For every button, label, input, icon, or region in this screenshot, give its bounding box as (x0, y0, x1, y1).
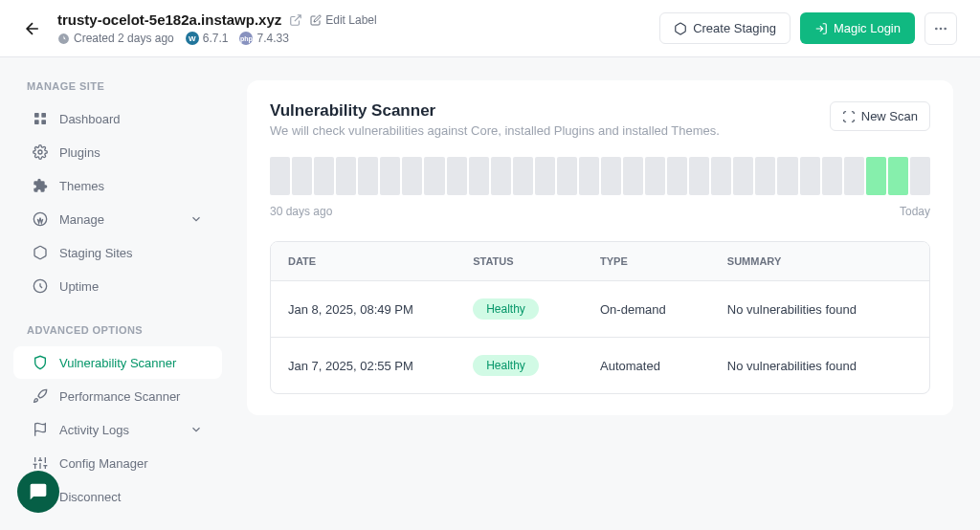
activity-bar (755, 157, 775, 195)
arrow-left-icon (23, 19, 42, 38)
svg-point-2 (940, 27, 943, 30)
activity-bar (800, 157, 820, 195)
sidebar-item-staging-sites[interactable]: Staging Sites (13, 236, 222, 269)
sidebar-item-vulnerability-scanner[interactable]: Vulnerability Scanner (13, 346, 222, 379)
php-version-meta: php 7.4.33 (239, 32, 288, 45)
edit-label-button[interactable]: Edit Label (310, 13, 376, 27)
cell-summary: No vulnerabilities found (727, 359, 912, 373)
activity-bar (623, 157, 643, 195)
activity-bar (270, 157, 290, 195)
status-badge: Healthy (473, 298, 539, 320)
sidebar-item-label: Manage (59, 212, 104, 227)
cell-type: Automated (600, 359, 727, 373)
activity-bar (358, 157, 378, 195)
more-options-button[interactable] (924, 12, 957, 45)
sidebar: MANAGE SITE Dashboard Plugins Themes Man… (8, 57, 228, 530)
edit-label-text: Edit Label (325, 13, 376, 27)
sidebar-item-performance-scanner[interactable]: Performance Scanner (13, 380, 222, 412)
activity-bar (822, 157, 842, 195)
create-staging-label: Create Staging (693, 21, 776, 35)
table-row[interactable]: Jan 8, 2025, 08:49 PMHealthyOn-demandNo … (271, 280, 929, 337)
table-row[interactable]: Jan 7, 2025, 02:55 PMHealthyAutomatedNo … (271, 337, 929, 393)
panel-title: Vulnerability Scanner (270, 101, 720, 121)
activity-bar (513, 157, 533, 195)
back-button[interactable] (23, 19, 42, 38)
shield-icon (33, 355, 48, 370)
section-manage-site: MANAGE SITE (8, 80, 228, 101)
activity-bar (645, 157, 665, 195)
login-icon (814, 22, 828, 35)
activity-bar (424, 157, 444, 195)
box-icon (674, 22, 687, 35)
activity-bar (491, 157, 511, 195)
sidebar-item-activity-logs[interactable]: Activity Logs (13, 413, 222, 446)
col-summary: SUMMARY (727, 255, 912, 267)
cell-status: Healthy (473, 355, 600, 376)
scanner-panel: Vulnerability Scanner We will check vuln… (247, 80, 953, 415)
activity-bar (689, 157, 709, 195)
svg-rect-5 (41, 113, 46, 118)
more-horizontal-icon (933, 21, 948, 36)
activity-bar (314, 157, 334, 195)
edit-icon (310, 14, 322, 26)
sidebar-item-dashboard[interactable]: Dashboard (13, 102, 222, 135)
activity-bar (910, 157, 930, 195)
sidebar-item-uptime[interactable]: Uptime (13, 270, 222, 302)
activity-bar (844, 157, 864, 195)
clock-icon (57, 33, 70, 45)
svg-rect-7 (41, 120, 46, 124)
col-type: TYPE (600, 255, 727, 267)
wordpress-icon (33, 211, 48, 227)
sidebar-item-plugins[interactable]: Plugins (13, 136, 222, 168)
rocket-icon (33, 388, 48, 404)
layers-icon (33, 245, 48, 260)
chart-label-right: Today (900, 205, 930, 218)
sidebar-item-themes[interactable]: Themes (13, 169, 222, 202)
activity-bar (579, 157, 599, 195)
activity-bar (557, 157, 577, 195)
sidebar-item-label: Staging Sites (59, 246, 133, 260)
activity-bar (667, 157, 687, 195)
svg-point-1 (935, 27, 938, 30)
sidebar-item-label: Plugins (59, 145, 100, 160)
cell-status: Healthy (473, 298, 600, 320)
app-header: trusty-ocelot-5e182a.instawp.xyz Edit La… (0, 0, 980, 57)
cell-date: Jan 7, 2025, 02:55 PM (288, 359, 473, 373)
cell-summary: No vulnerabilities found (727, 302, 912, 317)
gear-icon (33, 144, 48, 160)
activity-bar (888, 157, 908, 195)
activity-chart: 30 days ago Today (270, 157, 930, 218)
external-link-icon[interactable] (289, 13, 302, 27)
cell-date: Jan 8, 2025, 08:49 PM (288, 302, 473, 317)
activity-bar (336, 157, 356, 195)
create-staging-button[interactable]: Create Staging (659, 12, 791, 44)
activity-bar (535, 157, 555, 195)
sidebar-item-manage[interactable]: Manage (13, 203, 222, 235)
flag-icon (33, 422, 48, 437)
panel-subtitle: We will check vulnerabilities against Co… (270, 123, 720, 138)
grid-icon (33, 111, 48, 126)
sidebar-item-label: Activity Logs (59, 423, 129, 437)
activity-bar (469, 157, 489, 195)
chat-icon (29, 482, 48, 501)
activity-bar (733, 157, 753, 195)
magic-login-button[interactable]: Magic Login (800, 12, 915, 44)
scan-icon (842, 110, 856, 123)
sidebar-item-label: Config Manager (59, 456, 148, 471)
sidebar-item-label: Uptime (59, 279, 99, 294)
sidebar-item-label: Themes (59, 179, 104, 193)
wp-version-meta: W 6.7.1 (186, 32, 229, 45)
activity-bar (380, 157, 400, 195)
col-status: STATUS (473, 255, 600, 267)
chat-button[interactable] (17, 471, 59, 513)
uptime-icon (33, 278, 48, 294)
new-scan-button[interactable]: New Scan (830, 101, 930, 131)
sliders-icon (33, 455, 48, 471)
activity-bar (711, 157, 731, 195)
main-content: Vulnerability Scanner We will check vuln… (228, 57, 972, 530)
status-badge: Healthy (473, 355, 539, 376)
sidebar-item-label: Disconnect (59, 490, 121, 504)
svg-point-3 (944, 27, 947, 30)
chevron-down-icon (189, 212, 203, 226)
activity-bar (447, 157, 467, 195)
